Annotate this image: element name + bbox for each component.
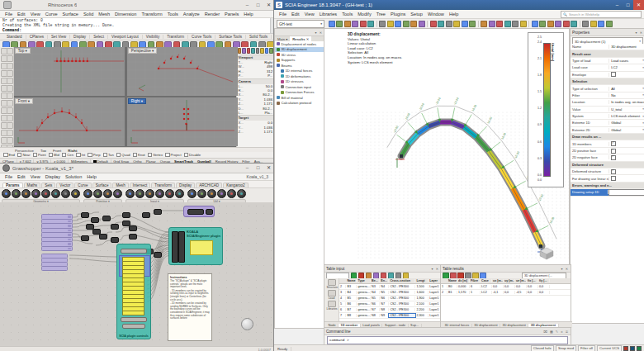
sidebar-load-button[interactable]: Load (327, 290, 337, 300)
property-row[interactable]: Errors, warnings and n... (571, 183, 644, 189)
gh-component[interactable] (122, 212, 130, 218)
table-cell[interactable]: B5 (346, 296, 357, 300)
column-header[interactable]: Name (346, 279, 357, 282)
table-cell[interactable]: B6 (346, 302, 357, 306)
table-cell[interactable]: N4 (380, 285, 389, 288)
table-cell[interactable]: CS2 - IPE300 (389, 302, 415, 306)
table-cell[interactable]: CS2 - IPE300 (389, 296, 415, 300)
viewport-title-perspective[interactable]: Perspective ▾ (128, 48, 158, 54)
gh-component[interactable] (187, 209, 204, 215)
panel-controls-icon[interactable]: ▾ ✕ (636, 31, 643, 35)
property-row[interactable]: Deformed structure (571, 162, 644, 168)
checkbox-icon[interactable] (165, 153, 170, 158)
sidebar-structure-button[interactable]: Structure (327, 279, 337, 289)
arc-flyout-icon[interactable] (7, 92, 13, 99)
table-cell[interactable]: genera... (357, 314, 371, 317)
rhino-menu-item-surface[interactable]: Surface (60, 11, 81, 17)
property-row[interactable]: Deformed structure (571, 168, 644, 175)
panel-controls-icon[interactable]: ▾ ✕ (561, 267, 569, 271)
rhino-toolbar-tab[interactable]: Display (70, 35, 90, 39)
table-cell[interactable]: B7 (346, 308, 357, 311)
text-icon[interactable] (113, 189, 122, 198)
checkbox-icon[interactable] (33, 153, 38, 158)
number-icon[interactable] (103, 189, 112, 198)
slider-icon[interactable] (125, 189, 135, 198)
maximize-button[interactable]: □ (253, 1, 263, 10)
bill-of-material-icon[interactable] (598, 21, 604, 27)
column-header[interactable]: Lengt (415, 279, 429, 282)
rhino-menu-item-transform[interactable]: Transform (139, 11, 164, 17)
panel-controls-icon[interactable]: ▾ ✕ (315, 31, 323, 35)
table-row[interactable]: 7B8genera...N8N9CS2 - IPE3002,300Layer1 (339, 313, 441, 319)
table-cell[interactable]: N3 (371, 285, 380, 288)
osnap-quad[interactable]: Quad (116, 153, 130, 158)
checkbox-icon[interactable] (611, 169, 616, 174)
gh-component[interactable] (154, 252, 162, 258)
gh-tab-transform[interactable]: Transform (151, 183, 175, 187)
scia-3d-view[interactable]: 3D displacement:Values: UtotalLinear cal… (324, 28, 570, 266)
table-cell[interactable]: 1,900 (415, 296, 429, 300)
zoom-all-icon[interactable] (395, 21, 401, 27)
viewport-right[interactable]: Right ▾ (127, 97, 238, 146)
minimize-button[interactable]: – (612, 0, 623, 10)
table-cell[interactable]: 1 (441, 285, 447, 288)
table-row[interactable]: 2B11,5701LC2-0,10,0-4,50,00,0 (441, 290, 571, 296)
scia-tree-panel-header[interactable]: ▾ ✕ (275, 29, 324, 36)
gh-tab-vector[interactable]: Vector (56, 183, 73, 187)
rhino-menu-item-view[interactable]: View (28, 11, 43, 17)
transform-icon[interactable] (71, 189, 80, 198)
table-cell[interactable]: B8 (346, 314, 357, 317)
table-cell[interactable]: 3 (339, 291, 346, 294)
new-project-icon[interactable] (329, 21, 335, 27)
table-cell[interactable]: genera... (357, 308, 371, 311)
webhelp-search-input[interactable]: 🔍Search in Webhelp (561, 11, 642, 18)
viewport-perspective[interactable]: Perspective ▾ (127, 47, 238, 96)
minimize-button[interactable]: – (242, 1, 253, 10)
table-cell[interactable]: 2 (339, 285, 346, 288)
gh-menu-item-view[interactable]: View (28, 173, 43, 180)
scia-menu-item-modify[interactable]: Modify (355, 11, 373, 17)
select-by-window-icon[interactable] (496, 21, 503, 27)
osnap-int[interactable]: Int (76, 153, 85, 158)
gh-tab-params[interactable]: Params (2, 183, 23, 187)
rhino-toolbar-tab[interactable]: Surface Tools (215, 35, 246, 39)
sidebar-libraries-button[interactable]: Libraries (327, 301, 337, 311)
layers-icon[interactable] (462, 21, 468, 27)
curve-icon[interactable] (12, 189, 21, 198)
table-cell[interactable]: 2 (441, 291, 447, 294)
column-header[interactable]: uy [m... (504, 279, 515, 282)
osnap-vertex[interactable]: Vertex (148, 153, 163, 158)
rhino-toolbar-tab[interactable]: Viewport Layout (108, 35, 143, 39)
scia-menu-item-edit[interactable]: Edit (289, 11, 302, 17)
property-row[interactable]: Extreme 2DGlobal▾ (571, 127, 644, 134)
table-input-tab[interactable]: Support - node (382, 324, 408, 327)
concrete-icon[interactable] (539, 21, 546, 27)
view-x-icon[interactable] (410, 21, 417, 27)
gh-tab-maths[interactable]: Maths (24, 183, 41, 187)
scia-titlebar[interactable]: S SCIA Engineer 18.1.3047 - (GH-test ; 1… (274, 0, 644, 10)
viewport-top[interactable]: Top ▾ (14, 47, 125, 96)
command-line-header[interactable]: Command line ⌧ ▦ ✎ ⌗ ≣ (324, 328, 571, 335)
table-cell[interactable]: N7 (371, 308, 380, 311)
table-results-tab[interactable]: 3D displacement (528, 324, 558, 327)
print-icon[interactable] (352, 21, 358, 27)
axonometric-icon[interactable] (438, 21, 444, 27)
solid-flyout-icon[interactable] (7, 115, 13, 121)
table-cell[interactable]: LC2 (481, 285, 492, 288)
table-cell[interactable]: 2,100 (415, 302, 429, 306)
materials-icon[interactable] (256, 48, 260, 54)
table-results-header[interactable]: Table results ▾ ✕ (441, 265, 571, 273)
layers-icon[interactable] (242, 48, 246, 54)
rhino-menu-item-analyze[interactable]: Analyze (181, 11, 202, 17)
checkbox-icon[interactable] (49, 153, 54, 158)
mesh-tools-flyout-icon[interactable] (7, 122, 13, 129)
panel-controls-icon[interactable]: ▾ ✕ (432, 267, 439, 271)
osnap-mid[interactable]: Mid (49, 153, 59, 158)
column-header[interactable]: Type (357, 279, 371, 282)
table-row[interactable]: 3B4genera...N4N5CS2 - IPE3001,600Layer1 (339, 290, 441, 296)
view-y-icon[interactable] (419, 21, 425, 27)
rhino-menu-item-dimension[interactable]: Dimension (112, 11, 139, 17)
property-row[interactable]: Load caseLC2▾ (571, 64, 644, 71)
table-input-tab[interactable]: Node (326, 324, 339, 327)
checkbox-icon[interactable] (116, 153, 121, 158)
